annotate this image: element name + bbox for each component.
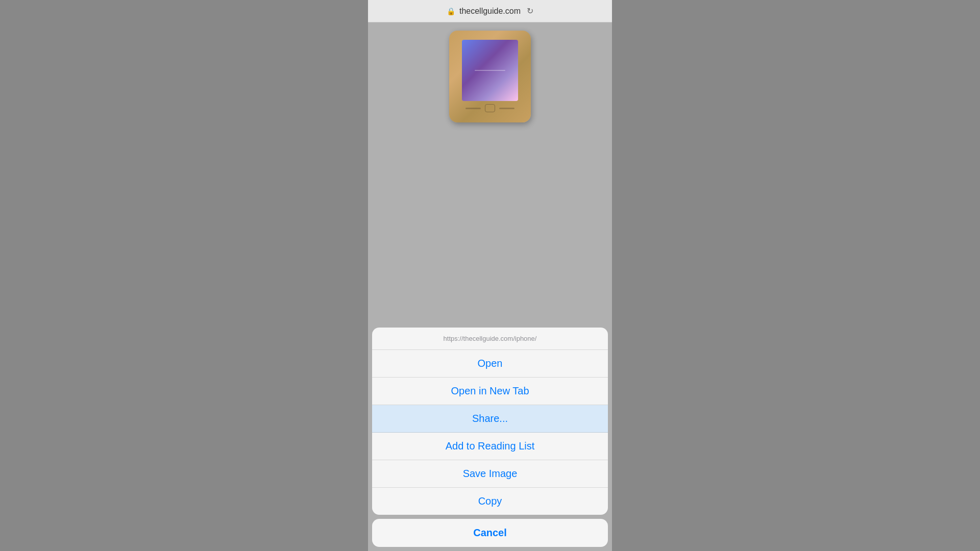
menu-item-open[interactable]: Open: [372, 350, 608, 378]
menu-url-header: https://thecellguide.com/iphone/: [372, 328, 608, 350]
menu-item-share[interactable]: Share...: [372, 405, 608, 433]
reload-icon[interactable]: ↻: [527, 6, 533, 16]
menu-item-save-image[interactable]: Save Image: [372, 460, 608, 488]
menu-item-add-reading-list[interactable]: Add to Reading List: [372, 433, 608, 460]
context-menu: https://thecellguide.com/iphone/ Open Op…: [368, 328, 612, 551]
context-menu-overlay: https://thecellguide.com/iphone/ Open Op…: [368, 22, 612, 551]
address-text: thecellguide.com: [459, 7, 521, 16]
address-bar: 🔒 thecellguide.com ↻: [368, 0, 612, 22]
menu-item-open-new-tab[interactable]: Open in New Tab: [372, 378, 608, 405]
menu-item-copy[interactable]: Copy: [372, 488, 608, 515]
page-content: https://thecellguide.com/iphone/ Open Op…: [368, 22, 612, 551]
menu-group-main: https://thecellguide.com/iphone/ Open Op…: [372, 328, 608, 515]
browser-container: 🔒 thecellguide.com ↻ https://thecellguid…: [368, 0, 612, 551]
lock-icon: 🔒: [447, 7, 455, 15]
cancel-button[interactable]: Cancel: [372, 519, 608, 547]
